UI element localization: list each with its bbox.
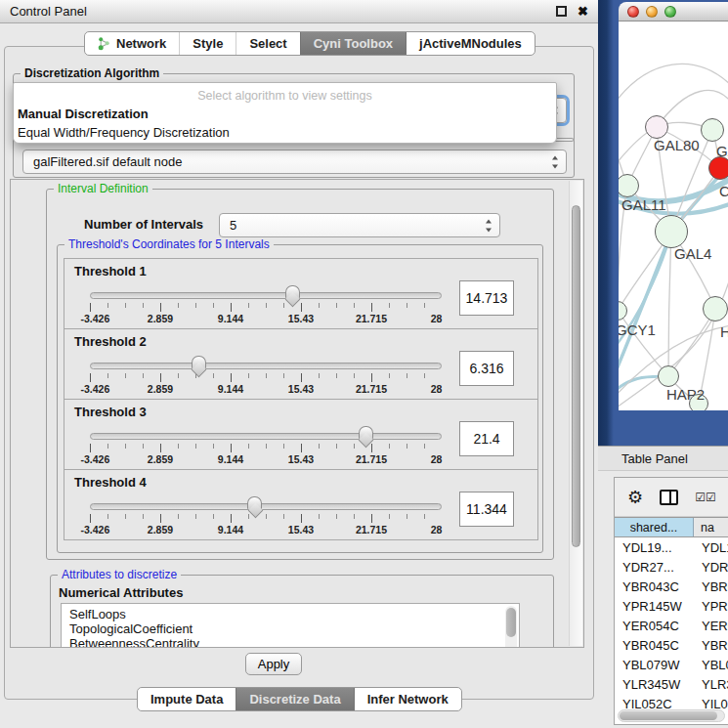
threshold-value-field[interactable] [459, 351, 514, 386]
window-close-icon[interactable] [627, 6, 639, 18]
slider-handle[interactable] [359, 426, 373, 439]
network-canvas[interactable]: GAL80GACGAL11GAL4GCY1HHAP2 [619, 21, 728, 410]
table-row[interactable]: YDL19... YDL1 [615, 538, 728, 558]
list-scrollbar-thumb[interactable] [506, 608, 516, 637]
cell-shared-name[interactable]: YBR043C [615, 578, 694, 597]
checkbox-checked-icon[interactable]: ☑ [695, 491, 705, 504]
network-node[interactable] [645, 115, 668, 139]
numerical-attributes-list[interactable]: SelfLoopsTopologicalCoefficientBetweenne… [61, 603, 520, 648]
cell-shared-name[interactable]: YDL19... [615, 538, 694, 558]
viewport-scrollbar[interactable] [569, 181, 582, 646]
group-title: Discretization Algorithm [21, 66, 163, 81]
network-node[interactable] [655, 215, 688, 248]
slider-handle[interactable] [192, 356, 206, 368]
tab-select[interactable]: Select [236, 32, 299, 55]
tick-label: 21.715 [356, 313, 387, 324]
attribute-list-item[interactable]: BetweennessCentrality [69, 636, 519, 648]
columns-icon[interactable] [660, 490, 678, 505]
table-row[interactable]: YBR043C YBR0 [615, 578, 728, 597]
cell-name[interactable]: YPR1 [694, 597, 728, 617]
attribute-list-item[interactable]: TopologicalCoefficient [69, 621, 519, 636]
threshold-value-field[interactable] [459, 421, 514, 456]
tab-infer-network[interactable]: Infer Network [354, 688, 461, 710]
attribute-list-item[interactable]: SelfLoops [69, 607, 519, 621]
cell-name[interactable]: YDR2 [694, 558, 728, 578]
slider-track[interactable] [90, 363, 442, 369]
tab-jactivemnodules[interactable]: jActiveMNodules [406, 32, 535, 55]
threshold-slider-4[interactable]: -3.4262.8599.14415.4321.71528 [90, 495, 442, 538]
tab-label: Discretize Data [249, 692, 340, 707]
spinner-arrows-icon [486, 219, 492, 232]
window-zoom-icon[interactable] [664, 6, 676, 18]
threshold-value-field[interactable] [459, 280, 514, 316]
column-header-shared-name[interactable]: shared... [615, 518, 694, 536]
cell-shared-name[interactable]: YER054C [615, 617, 694, 636]
list-scrollbar[interactable] [505, 606, 517, 648]
cell-shared-name[interactable]: YDR27... [615, 558, 694, 578]
tick-label: 21.715 [356, 524, 387, 535]
dropdown-option[interactable]: Manual Discretization [18, 105, 552, 123]
cell-name[interactable]: YER0 [694, 617, 728, 636]
number-of-intervals-combobox[interactable]: 5 [219, 213, 500, 237]
threshold-slider-2[interactable]: -3.4262.8599.14415.4321.71528 [90, 355, 442, 398]
threshold-panel-3: Threshold 3 -3.4262.8599.14415.4321.7152… [64, 399, 538, 470]
tab-impute-data[interactable]: Impute Data [138, 688, 236, 710]
network-node[interactable] [701, 118, 724, 142]
threshold-slider-1[interactable]: -3.4262.8599.14415.4321.71528 [90, 284, 442, 327]
threshold-value-field[interactable] [459, 492, 514, 527]
checkbox-icons[interactable]: ☑ ☑ [695, 491, 715, 504]
network-node[interactable] [658, 365, 679, 387]
close-icon[interactable]: ✖ [578, 6, 588, 17]
tick-label: -3.426 [81, 524, 110, 535]
table-rows: YDL19... YDL1 YDR27... YDR2 YBR043C YBR0… [615, 538, 728, 711]
table-data-group: Table Data galFiltered.sif default node [13, 138, 575, 178]
checkbox-checked-icon[interactable]: ☑ [706, 491, 715, 504]
table-row[interactable]: YBR045C YBR0 [615, 636, 728, 656]
cell-name[interactable]: YBR0 [694, 636, 728, 656]
dropdown-options: Manual DiscretizationEqual Width/Frequen… [18, 105, 552, 142]
group-title: Threshold's Coordinates for 5 Intervals [64, 237, 274, 252]
tick-label: -3.426 [81, 313, 110, 324]
cell-name[interactable]: YBR0 [694, 578, 728, 597]
tab-style[interactable]: Style [179, 32, 236, 55]
viewport-scrollbar-thumb[interactable] [572, 205, 580, 547]
column-header-name[interactable]: na [694, 518, 728, 536]
top-tab-bar: Network Style Select Cyni Toolbox jActiv… [84, 31, 535, 56]
tab-network[interactable]: Network [85, 32, 179, 55]
table-data-combobox[interactable]: galFiltered.sif default node [22, 150, 567, 174]
network-node[interactable] [703, 296, 728, 321]
table-row[interactable]: YBL079W YBL0 [615, 656, 728, 675]
slider-handle[interactable] [285, 285, 300, 298]
dropdown-option[interactable]: Equal Width/Frequency Discretization [18, 123, 552, 142]
threshold-slider-3[interactable]: -3.4262.8599.14415.4321.71528 [90, 425, 442, 468]
slider-handle[interactable] [247, 496, 262, 509]
table-horizontal-scrollbar-thumb[interactable] [620, 711, 717, 720]
cell-shared-name[interactable]: YBL079W [615, 656, 694, 675]
cell-name[interactable]: YBL0 [694, 656, 728, 675]
tab-discretize-data[interactable]: Discretize Data [236, 688, 353, 710]
table-row[interactable]: YDR27... YDR2 [615, 558, 728, 578]
numerical-attributes-heading: Numerical Attributes [59, 585, 183, 600]
table-panel-container: ⚙ ☑ ☑ shared... na YDL19... YDL1 YDR27..… [614, 477, 728, 725]
window-minimize-icon[interactable] [646, 6, 658, 18]
cell-shared-name[interactable]: YBR045C [615, 636, 694, 656]
network-node[interactable] [708, 156, 728, 180]
gear-icon[interactable]: ⚙ [627, 489, 643, 506]
tab-cyni-toolbox[interactable]: Cyni Toolbox [300, 32, 406, 55]
slider-track[interactable] [90, 292, 442, 299]
network-window-titlebar[interactable] [619, 2, 728, 21]
cell-shared-name[interactable]: YPR145W [615, 597, 694, 617]
slider-track[interactable] [90, 503, 442, 510]
cell-name[interactable]: YLR3 [694, 675, 728, 695]
tab-label: Select [249, 36, 286, 51]
table-row[interactable]: YPR145W YPR1 [615, 597, 728, 617]
slider-tick-labels: -3.4262.8599.14415.4321.71528 [90, 453, 442, 466]
table-row[interactable]: YLR345W YLR3 [615, 675, 728, 695]
float-window-icon[interactable] [556, 6, 567, 17]
table-horizontal-scrollbar[interactable] [618, 709, 725, 722]
cell-shared-name[interactable]: YLR345W [615, 675, 694, 695]
slider-track[interactable] [90, 433, 442, 440]
cell-name[interactable]: YDL1 [694, 538, 728, 558]
apply-button[interactable]: Apply [245, 653, 302, 675]
table-row[interactable]: YER054C YER0 [615, 617, 728, 636]
